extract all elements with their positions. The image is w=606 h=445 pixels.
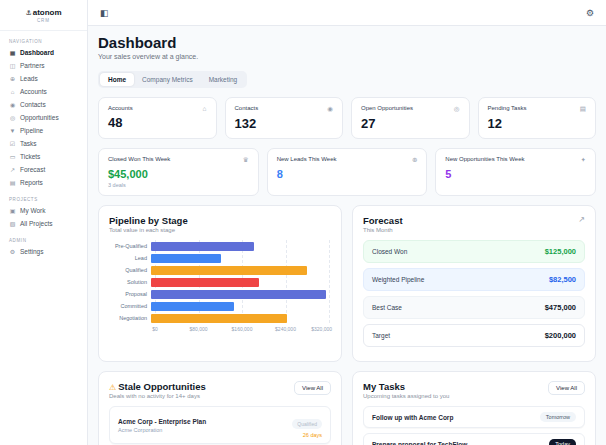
anchor-icon: ⚓ <box>25 9 31 16</box>
forecast-row-value: $475,000 <box>545 303 576 312</box>
week-card-closed-won-this-week: Closed Won This Week♛$45,0003 deals <box>98 148 259 196</box>
chart-category-label: Lead <box>109 255 151 261</box>
sidebar-item-tasks[interactable]: ☑Tasks <box>0 137 87 150</box>
stat-card-open-opportunities: Open Opportunities◎27 <box>351 97 470 139</box>
logo-name: atonom <box>33 8 62 17</box>
main-area: ◧ ⚙ Dashboard Your sales overview at a g… <box>88 0 606 445</box>
sidebar-item-opportunities[interactable]: ◎Opportunities <box>0 111 87 124</box>
stale-header: ⚠Stale Opportunities Deals with no activ… <box>109 381 331 406</box>
week-card-value: $45,000 <box>108 168 249 180</box>
pipeline-chart: Pre-QualifiedLeadQualifiedSolutionPropos… <box>109 240 331 333</box>
chart-x-tick: $80,000 <box>189 326 207 332</box>
forecast-row-value: $200,000 <box>545 331 576 340</box>
stage-badge: Qualified <box>292 419 322 429</box>
chart-category-label: Pre-Qualified <box>109 243 151 249</box>
sidebar-item-settings[interactable]: ⚙Settings <box>0 245 87 258</box>
bottom-row: ⚠Stale Opportunities Deals with no activ… <box>98 371 596 445</box>
chart-bar <box>151 278 259 287</box>
grid-icon: ▦ <box>9 49 16 56</box>
stat-label: Open Opportunities <box>361 105 413 111</box>
logo: ⚓atonom CRM <box>0 0 87 31</box>
stale-opportunity-item[interactable]: Acme Corp - Enterprise PlanAcme Corporat… <box>109 406 331 444</box>
opportunity-title: Acme Corp - Enterprise Plan <box>118 418 206 425</box>
sidebar-item-my-work[interactable]: ▣My Work <box>0 204 87 217</box>
chart-bar <box>151 314 287 323</box>
task-title: Follow up with Acme Corp <box>372 414 453 421</box>
chart-row: Solution <box>109 276 331 288</box>
tab-home[interactable]: Home <box>100 73 134 86</box>
stale-view-all-button[interactable]: View All <box>294 381 331 395</box>
pipeline-subtitle: Total value in each stage <box>109 227 331 233</box>
warning-icon: ⚠ <box>109 383 116 392</box>
chart-track <box>151 254 329 263</box>
target-icon: ◎ <box>9 114 16 121</box>
sidebar-item-label: Reports <box>20 179 43 186</box>
ticket-icon: ▭ <box>9 153 16 160</box>
forecast-row-label: Weighted Pipeline <box>372 276 424 283</box>
forecast-subtitle: This Month <box>363 227 403 233</box>
week-card-value: 8 <box>277 168 418 180</box>
page-subtitle: Your sales overview at a glance. <box>98 53 596 60</box>
stat-label: Pending Tasks <box>488 105 527 111</box>
handshake-icon: ◫ <box>9 62 16 69</box>
stat-value: 12 <box>488 116 587 131</box>
sidebar-item-label: Tickets <box>20 153 40 160</box>
sidebar-item-label: Accounts <box>20 88 47 95</box>
chart-bar <box>151 266 307 275</box>
sidebar-item-dashboard[interactable]: ▦Dashboard <box>0 46 87 59</box>
chart-bar <box>151 290 326 299</box>
stat-value: 27 <box>361 116 460 131</box>
forecast-row-closed-won: Closed Won$125,000 <box>363 240 585 263</box>
forecast-panel: Forecast This Month ↗ Closed Won$125,000… <box>352 205 596 362</box>
days-stale: 26 days <box>292 432 322 438</box>
week-cards-row: Closed Won This Week♛$45,0003 dealsNew L… <box>98 148 596 196</box>
week-card-new-opportunities-this-week: New Opportunities This Week✦5 <box>435 148 596 196</box>
tab-marketing[interactable]: Marketing <box>201 73 246 86</box>
forecast-row-value: $82,500 <box>549 275 576 284</box>
task-item[interactable]: Follow up with Acme CorpTomorrow <box>363 406 585 428</box>
forecast-row-value: $125,000 <box>545 247 576 256</box>
trophy-icon: ♛ <box>243 156 249 164</box>
app-root: ⚓atonom CRM Navigation▦Dashboard◫Partner… <box>0 0 606 445</box>
stat-card-contacts: Contacts◉132 <box>225 97 344 139</box>
chart-row: Pre-Qualified <box>109 240 331 252</box>
chart-category-label: Solution <box>109 279 151 285</box>
sidebar-toggle-icon[interactable]: ◧ <box>100 8 109 18</box>
pipeline-title: Pipeline by Stage <box>109 215 331 226</box>
topbar: ◧ ⚙ <box>88 0 606 26</box>
sidebar-item-accounts[interactable]: ⌂Accounts <box>0 85 87 98</box>
chart-x-axis: $0$80,000$160,000$240,000$320,000 <box>155 324 329 333</box>
sidebar-item-label: Tasks <box>20 140 37 147</box>
sidebar-item-tickets[interactable]: ▭Tickets <box>0 150 87 163</box>
gear-icon[interactable]: ⚙ <box>586 8 594 18</box>
due-badge: Today <box>549 439 576 445</box>
stat-card-accounts: Accounts⌂48 <box>98 97 217 139</box>
sidebar-item-leads[interactable]: ⊕Leads <box>0 72 87 85</box>
tasks-title: My Tasks <box>363 381 449 392</box>
sidebar-item-label: All Projects <box>20 220 53 227</box>
chart-row: Negotiation <box>109 312 331 324</box>
briefcase-icon: ▣ <box>9 207 16 214</box>
tasks-view-all-button[interactable]: View All <box>548 381 585 395</box>
chart-category-label: Committed <box>109 303 151 309</box>
sidebar-item-label: Opportunities <box>20 114 59 121</box>
chart-category-label: Qualified <box>109 267 151 273</box>
sidebar-item-all-projects[interactable]: ▧All Projects <box>0 217 87 230</box>
task-item[interactable]: Prepare proposal for TechFlowToday <box>363 433 585 445</box>
sidebar-item-forecast[interactable]: ↗Forecast <box>0 163 87 176</box>
forecast-title: Forecast <box>363 215 403 226</box>
content: Dashboard Your sales overview at a glanc… <box>88 26 606 445</box>
logo-wordmark: ⚓atonom <box>4 8 83 17</box>
stat-label: Accounts <box>108 105 133 111</box>
chart-track <box>151 242 329 251</box>
sidebar-item-partners[interactable]: ◫Partners <box>0 59 87 72</box>
chart-row: Committed <box>109 300 331 312</box>
tab-company-metrics[interactable]: Company Metrics <box>134 73 201 86</box>
sidebar-item-contacts[interactable]: ◉Contacts <box>0 98 87 111</box>
sidebar-item-reports[interactable]: ▤Reports <box>0 176 87 189</box>
dashboard-tabs: HomeCompany MetricsMarketing <box>98 71 247 88</box>
chart-track <box>151 302 329 311</box>
my-tasks-panel: My Tasks Upcoming tasks assigned to you … <box>352 371 596 445</box>
sidebar-item-pipeline[interactable]: ▼Pipeline <box>0 124 87 137</box>
week-card-label: New Opportunities This Week <box>445 156 524 162</box>
